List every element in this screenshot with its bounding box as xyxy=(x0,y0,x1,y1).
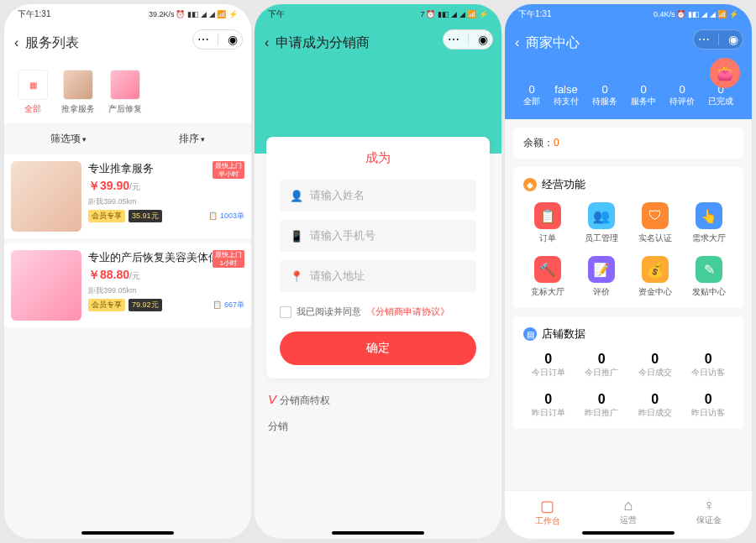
order-stat[interactable]: 0待评价 xyxy=(669,83,695,107)
service-item[interactable]: 最快上门半小时 专业推拿服务 ￥39.90/元 距我399.05km 会员专享 … xyxy=(4,154,251,238)
tab-label: 保证金 xyxy=(696,515,722,525)
metric-number: 0 xyxy=(630,352,680,367)
page-title: 服务列表 xyxy=(25,34,79,52)
function-item[interactable]: 📋订单 xyxy=(523,202,572,244)
function-item[interactable]: 👥员工管理 xyxy=(577,202,626,244)
back-icon[interactable]: ‹ xyxy=(14,35,18,50)
status-bar: 下午1:31 0.4K/s ⏰ ▮◧ ◢ ◢ 📶 ⚡ xyxy=(505,4,752,24)
service-item[interactable]: 最快上门1小时 专业的产后恢复美容美体保健… ￥88.80/元 距我399.05… xyxy=(4,243,251,327)
stat-number: 0 xyxy=(669,83,695,96)
function-item[interactable]: 💰资金中心 xyxy=(631,256,680,298)
function-item[interactable]: 👆需求大厅 xyxy=(685,202,733,244)
stat-label: 待评价 xyxy=(669,97,695,106)
order-stat[interactable]: 0待服务 xyxy=(592,83,617,107)
tab-工作台[interactable]: ▢工作台 xyxy=(535,497,560,527)
panel-icon: ◆ xyxy=(523,178,537,191)
metric-label: 昨日推广 xyxy=(577,407,627,419)
function-item[interactable]: 📝评价 xyxy=(577,256,626,298)
data-metric: 0今日成交 xyxy=(630,352,680,379)
name-field[interactable]: 👤请输入姓名 xyxy=(280,180,476,211)
stat-label: 服务中 xyxy=(631,97,656,106)
data-metric: 0昨日访客 xyxy=(684,392,734,419)
status-bar: 下午 7 ⏰ ▮◧ ◢ ◢ 📶 ⚡ xyxy=(255,4,501,24)
phone-field[interactable]: 📱请输入手机号 xyxy=(280,220,476,252)
functions-panel: ◆经营功能 📋订单👥员工管理🛡实名认证👆需求大厅🔨竞标大厅📝评价💰资金中心✎发贴… xyxy=(513,167,743,308)
more-icon[interactable]: ⋯ xyxy=(197,33,209,46)
phone-distributor-apply: 下午 7 ⏰ ▮◧ ◢ ◢ 📶 ⚡ ‹ 申请成为分销商 ⋯◉ 成为 👤请输入姓名… xyxy=(255,4,501,539)
metric-label: 昨日成交 xyxy=(630,407,680,419)
metric-label: 昨日订单 xyxy=(523,407,574,419)
category-label: 产后修复 xyxy=(108,103,142,115)
function-icon: 💰 xyxy=(642,256,669,283)
status-time: 下午 xyxy=(268,8,285,20)
balance-label: 余额： xyxy=(523,137,554,149)
v-icon: V xyxy=(268,392,276,406)
agreement-row: 我已阅读并同意 《分销商申请协议》 xyxy=(280,305,476,318)
stat-label: 已完成 xyxy=(708,97,733,106)
tab-保证金[interactable]: ♀保证金 xyxy=(696,497,722,527)
close-icon[interactable]: ◉ xyxy=(228,33,238,46)
close-icon[interactable]: ◉ xyxy=(478,33,488,46)
home-indicator[interactable] xyxy=(582,531,675,535)
data-metric: 0今日推广 xyxy=(577,352,627,379)
function-icon: 🔨 xyxy=(534,256,561,283)
home-indicator[interactable] xyxy=(332,531,424,535)
status-time: 下午1:31 xyxy=(18,8,50,20)
close-icon[interactable]: ◉ xyxy=(728,33,738,46)
miniprogram-capsule[interactable]: ⋯◉ xyxy=(192,29,243,50)
category-massage[interactable]: 推拿服务 xyxy=(61,70,95,115)
order-stat[interactable]: 0全部 xyxy=(523,83,540,107)
order-stat[interactable]: 0服务中 xyxy=(631,83,656,107)
data-metric: 0今日订单 xyxy=(523,352,574,379)
function-item[interactable]: 🛡实名认证 xyxy=(631,202,680,244)
submit-button[interactable]: 确定 xyxy=(280,332,476,365)
merchant-avatar[interactable]: 👛 xyxy=(710,58,740,88)
placeholder: 请输入地址 xyxy=(310,269,365,284)
tag-row: 会员专享 79.92元 📋 667单 xyxy=(88,299,244,311)
back-icon[interactable]: ‹ xyxy=(515,35,519,50)
function-item[interactable]: ✎发贴中心 xyxy=(685,256,733,298)
metric-label: 今日成交 xyxy=(630,367,680,379)
function-icon: 👆 xyxy=(696,202,722,229)
page-title: 商家中心 xyxy=(526,34,580,52)
page-title: 申请成为分销商 xyxy=(276,34,370,52)
address-field[interactable]: 📍请输入地址 xyxy=(280,260,476,292)
metric-number: 0 xyxy=(577,392,627,407)
filter-sort[interactable]: 排序 xyxy=(179,132,206,146)
more-icon[interactable]: ⋯ xyxy=(698,33,710,46)
speed-badge: 最快上门1小时 xyxy=(213,250,244,268)
card-title: 成为 xyxy=(280,150,476,166)
category-postpartum[interactable]: 产后修复 xyxy=(108,70,142,115)
tab-icon: ▢ xyxy=(535,497,560,515)
tab-运营[interactable]: ⌂运营 xyxy=(620,497,637,527)
user-icon: 👤 xyxy=(290,190,302,202)
merchant-header: 👛 0全部false待支付0待服务0服务中0待评价0已完成 xyxy=(505,61,752,119)
vip-price-tag: 79.92元 xyxy=(129,299,162,311)
balance-bar[interactable]: 余额：0 xyxy=(513,128,743,159)
function-label: 需求大厅 xyxy=(685,232,733,244)
back-icon[interactable]: ‹ xyxy=(265,35,269,50)
function-icon: 📝 xyxy=(588,256,615,283)
status-right: 39.2K/s ⏰ ▮◧ ◢ ◢ 📶 ⚡ xyxy=(149,10,238,18)
filter-options[interactable]: 筛选项 xyxy=(50,132,87,146)
stat-label: 全部 xyxy=(523,97,540,106)
tab-icon: ⌂ xyxy=(620,497,637,514)
apply-form-card: 成为 👤请输入姓名 📱请输入手机号 📍请输入地址 我已阅读并同意 《分销商申请协… xyxy=(266,137,490,379)
home-indicator[interactable] xyxy=(81,531,174,535)
stat-number: false xyxy=(554,83,579,96)
category-all[interactable]: ▦全部 xyxy=(18,70,48,115)
privileges-section: V分销商特权 分销 xyxy=(255,379,501,447)
data-metric: 0昨日推广 xyxy=(577,392,627,419)
agreement-link[interactable]: 《分销商申请协议》 xyxy=(366,305,449,318)
function-item[interactable]: 🔨竞标大厅 xyxy=(523,256,572,298)
status-time: 下午1:31 xyxy=(518,8,551,20)
agreement-checkbox[interactable] xyxy=(280,306,291,318)
order-stat[interactable]: false待支付 xyxy=(554,83,579,107)
miniprogram-capsule[interactable]: ⋯◉ xyxy=(693,29,743,50)
function-label: 员工管理 xyxy=(577,232,626,244)
metric-label: 今日推广 xyxy=(577,367,627,379)
miniprogram-capsule[interactable]: ⋯◉ xyxy=(443,29,493,50)
moreer-icon[interactable]: ⋯ xyxy=(448,33,459,46)
metric-label: 今日订单 xyxy=(523,367,574,379)
metric-number: 0 xyxy=(577,352,627,367)
